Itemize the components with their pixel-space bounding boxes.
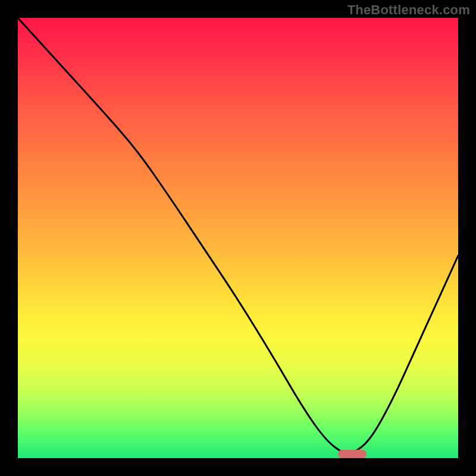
plot-area [18,18,458,458]
watermark-text: TheBottleneck.com [347,2,470,18]
curve-path [18,18,458,454]
bottleneck-curve [18,18,458,458]
chart-container: TheBottleneck.com [0,0,476,476]
optimal-marker [338,450,367,458]
